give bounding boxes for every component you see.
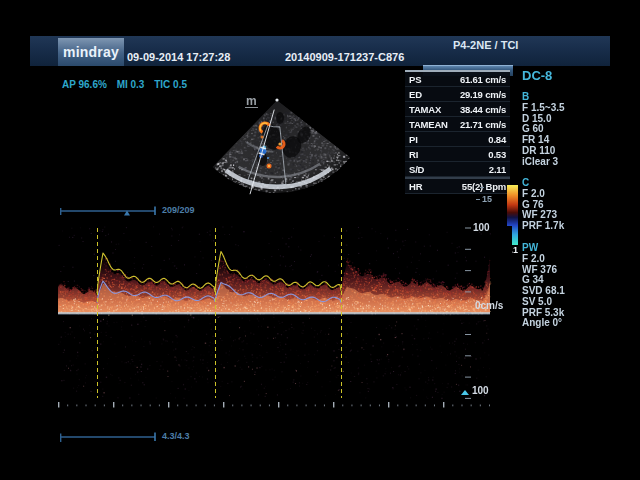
velocity-axis-top-label: 100 bbox=[473, 222, 490, 233]
velocity-axis-baseline-label: 0cm/s bbox=[475, 300, 503, 311]
vendor-logo: mindray bbox=[58, 38, 124, 66]
pw-param-group: PW F 2.0 WF 376 G 34 SVD 68.1 SV 5.0 PRF… bbox=[522, 242, 565, 329]
bmode-param-group: B F 1.5~3.5 D 15.0 G 60 FR 14 DR 110 iCl… bbox=[522, 91, 565, 167]
measurement-row: TAMEAN21.71 cm/s bbox=[405, 117, 510, 132]
measurement-label: S/D bbox=[409, 164, 424, 175]
param-item: SV 5.0 bbox=[522, 297, 565, 308]
measurement-value: 0.84 bbox=[488, 134, 506, 145]
param-item: PRF 1.7k bbox=[522, 221, 564, 232]
measurement-label: RI bbox=[409, 149, 418, 160]
measurement-label: PS bbox=[409, 74, 421, 85]
measurement-row: TAMAX38.44 cm/s bbox=[405, 102, 510, 117]
acoustic-status-line: AP 96.6% MI 0.3 TIC 0.5 bbox=[62, 79, 194, 90]
ultrasound-screen: mindray 09-09-2014 17:27:28 20140909-171… bbox=[0, 0, 640, 480]
measurement-row: S/D2.11 bbox=[405, 162, 510, 177]
measurement-label: HR bbox=[409, 181, 422, 192]
depth-scale-tick bbox=[476, 199, 480, 200]
measurement-value: 38.44 cm/s bbox=[460, 104, 506, 115]
exam-id-text: 20140909-171237-C876 bbox=[285, 51, 404, 63]
datetime-text: 09-09-2014 17:27:28 bbox=[127, 51, 230, 63]
measurement-label: TAMAX bbox=[409, 104, 441, 115]
depth-scale-tick bbox=[480, 187, 484, 188]
param-item: iClear 3 bbox=[522, 157, 565, 168]
measurement-results-panel: PS61.61 cm/s ED29.19 cm/s TAMAX38.44 cm/… bbox=[405, 70, 510, 194]
sweep-time-counter: 4.3/4.3 bbox=[162, 431, 190, 441]
bmode-image-area bbox=[200, 85, 410, 197]
bmode-sector-image bbox=[200, 85, 410, 197]
mechanical-index: MI 0.3 bbox=[117, 79, 145, 90]
measurement-value: 55(2) Bpm bbox=[462, 181, 506, 192]
measurement-value: 29.19 cm/s bbox=[460, 89, 506, 100]
measurement-value: 0.53 bbox=[488, 149, 506, 160]
acoustic-power: AP 96.6% bbox=[62, 79, 107, 90]
cine-scrubber[interactable] bbox=[60, 205, 158, 217]
measurement-value: 2.11 bbox=[489, 164, 506, 175]
sweep-scrubber[interactable] bbox=[60, 431, 158, 443]
measurement-row: PS61.61 cm/s bbox=[405, 72, 510, 87]
doppler-spectrum-canvas bbox=[58, 226, 512, 412]
probe-preset-tab[interactable]: P4-2NE / TCI bbox=[453, 39, 518, 51]
system-name: DC-8 bbox=[522, 68, 552, 83]
depth-scale-label: 15 bbox=[482, 194, 492, 204]
color-param-group: C F 2.0 G 76 WF 273 PRF 1.7k bbox=[522, 177, 564, 232]
cine-frame-counter: 209/209 bbox=[162, 205, 195, 215]
vendor-logo-text: mindray bbox=[63, 44, 119, 60]
measurement-row: PI0.84 bbox=[405, 132, 510, 147]
measurement-row: RI0.53 bbox=[405, 147, 510, 162]
measurement-value: 61.61 cm/s bbox=[460, 74, 506, 85]
measurement-row: HR55(2) Bpm bbox=[405, 177, 510, 194]
orientation-watermark: m bbox=[245, 95, 258, 108]
velocity-axis-bottom-label: 100 bbox=[472, 385, 489, 396]
measurement-label: TAMEAN bbox=[409, 119, 448, 130]
measurement-label: ED bbox=[409, 89, 422, 100]
param-item: Angle 0° bbox=[522, 318, 565, 329]
param-item: DR 110 bbox=[522, 146, 565, 157]
measurement-row: ED29.19 cm/s bbox=[405, 87, 510, 102]
spectral-doppler-display: 100 0cm/s 100 bbox=[58, 226, 512, 412]
thermal-index: TIC 0.5 bbox=[154, 79, 187, 90]
top-bar: mindray 09-09-2014 17:27:28 20140909-171… bbox=[30, 36, 610, 66]
measurement-label: PI bbox=[409, 134, 418, 145]
measurement-value: 21.71 cm/s bbox=[460, 119, 506, 130]
baseline-shift-marker-icon bbox=[461, 390, 469, 395]
